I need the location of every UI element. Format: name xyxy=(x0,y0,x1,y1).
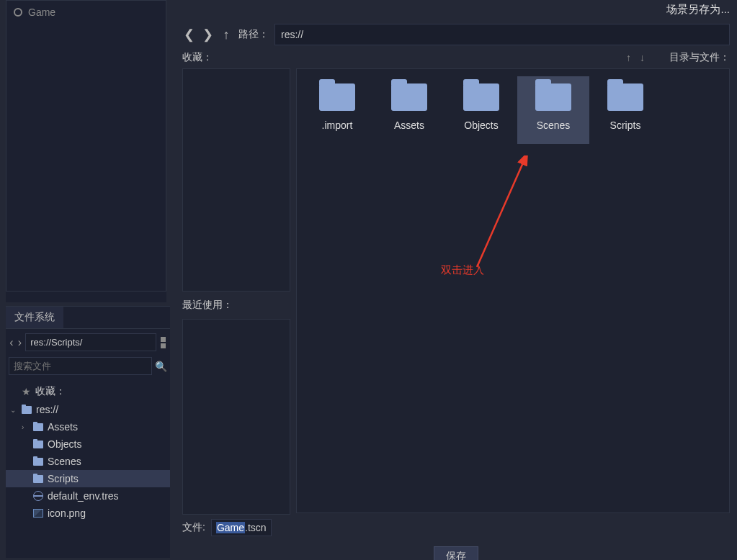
dialog-path-input[interactable]: res:// xyxy=(274,24,730,45)
chevron-right-icon: › xyxy=(22,423,29,431)
file-label: 文件: xyxy=(182,521,205,534)
tree-res-root[interactable]: ⌄res:// xyxy=(6,401,170,418)
tree-item-file[interactable]: default_env.tres xyxy=(6,487,170,505)
folder-item-selected[interactable]: Scenes xyxy=(517,76,589,144)
folder-icon xyxy=(33,475,43,483)
save-scene-dialog: 场景另存为... ❮ ❯ ↑ 路径： res:// 收藏： ↑↓ 目录与文件： … xyxy=(175,0,737,560)
folder-item[interactable]: Scripts xyxy=(589,76,661,144)
folder-icon xyxy=(319,83,355,111)
folder-icon xyxy=(33,423,43,431)
tree-item[interactable]: Objects xyxy=(6,435,170,453)
folder-item[interactable]: Assets xyxy=(373,76,445,144)
fs-search-input[interactable] xyxy=(9,357,152,375)
folder-icon xyxy=(607,83,643,111)
svg-line-0 xyxy=(477,161,524,267)
folder-icon xyxy=(391,83,427,111)
files-panel: .import Assets Objects Scenes Scripts 双击… xyxy=(296,68,730,513)
path-label: 路径： xyxy=(238,28,269,41)
folder-icon xyxy=(33,441,43,448)
filename-input[interactable]: Game.tscn xyxy=(211,519,272,536)
scene-dock: Game xyxy=(6,0,166,302)
favorites-header[interactable]: ★收藏： xyxy=(6,382,170,401)
dialog-back-button[interactable]: ❮ xyxy=(182,28,195,41)
annotation-arrow xyxy=(463,155,549,271)
dialog-forward-button[interactable]: ❯ xyxy=(201,28,214,41)
fs-tree: ★收藏： ⌄res:// ›Assets Objects Scenes Scri… xyxy=(6,379,170,525)
favorites-panel xyxy=(182,68,290,292)
fs-path-input[interactable] xyxy=(25,333,156,351)
tree-item-file[interactable]: icon.png xyxy=(6,505,170,522)
recent-panel xyxy=(182,319,290,515)
folder-icon xyxy=(22,406,32,414)
environment-icon xyxy=(33,491,43,501)
folder-item[interactable]: Objects xyxy=(445,76,517,144)
dialog-title: 场景另存为... xyxy=(175,0,737,19)
folder-icon xyxy=(463,83,499,111)
tree-item[interactable]: ›Assets xyxy=(6,418,170,435)
forward-button[interactable]: › xyxy=(17,337,23,348)
folder-icon xyxy=(33,458,43,466)
search-icon: 🔍 xyxy=(155,361,167,372)
recent-label: 最近使用： xyxy=(182,294,290,316)
chevron-down-icon: ⌄ xyxy=(10,406,17,414)
sort-up-icon[interactable]: ↑ xyxy=(626,52,631,63)
view-mode-toggle[interactable] xyxy=(159,335,167,350)
dirfiles-label: 目录与文件： xyxy=(669,51,730,64)
scene-root-row[interactable]: Game xyxy=(6,1,166,24)
tab-filesystem[interactable]: 文件系统 xyxy=(6,307,63,328)
folder-icon xyxy=(535,83,571,111)
annotation-text: 双击进入 xyxy=(441,263,484,277)
node-icon xyxy=(14,8,22,17)
star-icon: ★ xyxy=(22,386,31,397)
dialog-up-button[interactable]: ↑ xyxy=(220,28,233,41)
sort-down-icon[interactable]: ↓ xyxy=(640,52,645,63)
tree-item[interactable]: Scenes xyxy=(6,453,170,470)
save-button[interactable]: 保存 xyxy=(434,546,478,560)
favorites-label: 收藏： xyxy=(182,51,213,64)
back-button[interactable]: ‹ xyxy=(9,337,14,348)
tree-item-selected[interactable]: Scripts xyxy=(6,470,170,487)
folder-item[interactable]: .import xyxy=(301,76,373,144)
image-icon xyxy=(33,509,43,518)
filesystem-dock: 文件系统 ‹ › 🔍 ★收藏： ⌄res:// ›Assets Objects … xyxy=(6,306,170,558)
scene-root-name: Game xyxy=(28,6,55,18)
